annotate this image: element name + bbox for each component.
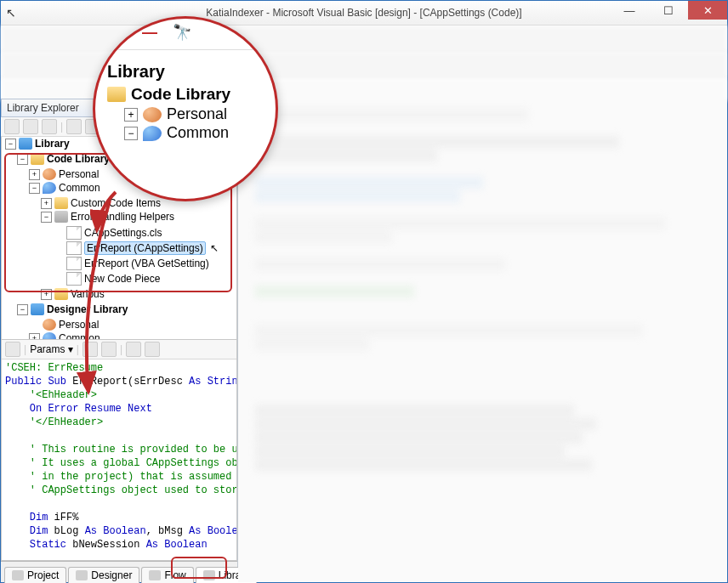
tool-icon-1[interactable] — [4, 119, 20, 134]
titlebar: ↖ KatiaIndexer - Microsoft Visual Basic … — [1, 1, 727, 25]
file-icon — [66, 241, 82, 255]
file-icon — [66, 226, 82, 240]
editor-area-blurred — [238, 99, 727, 582]
minimize-button[interactable]: — — [610, 1, 649, 20]
code-tool-1[interactable] — [5, 342, 20, 357]
tab-designer[interactable]: Designer — [68, 567, 139, 583]
app-window: ↖ KatiaIndexer - Microsoft Visual Basic … — [0, 0, 728, 583]
close-button[interactable]: ✕ — [688, 1, 727, 20]
designer-icon — [76, 570, 88, 580]
person-icon — [43, 168, 56, 180]
code-tool-3[interactable] — [101, 342, 117, 357]
person-icon — [143, 107, 162, 122]
people-icon — [43, 182, 56, 194]
zoom-code-library: Code Library — [131, 85, 230, 104]
tree-root-label: Library — [35, 138, 70, 150]
tool-icon-2[interactable] — [23, 119, 38, 134]
zoom-binoculars-icon: 🔭 — [170, 22, 194, 42]
tool-icon-3[interactable] — [42, 119, 57, 134]
collapse-icon: − — [124, 127, 138, 140]
tree-file-errreport-capp[interactable]: ErrReport (CAppSettings)↖ — [53, 241, 236, 256]
tree-code-library-label: Code Library — [47, 153, 110, 165]
panel-title: Library Explorer — [7, 102, 79, 114]
tree-file-newcodepiece[interactable]: New Code Piece — [53, 271, 236, 286]
library-icon — [31, 303, 44, 315]
params-dropdown[interactable]: Params ▾ — [30, 343, 73, 355]
flow-icon — [149, 570, 161, 580]
cursor-icon: ↖ — [210, 242, 219, 254]
zoom-heading: Library — [107, 62, 267, 82]
code-tool-4[interactable] — [145, 342, 160, 357]
bottom-tabs: Project Designer Flow Library — [1, 561, 237, 582]
folder-icon — [54, 288, 68, 300]
window-controls: — ☐ ✕ — [610, 1, 727, 20]
tree-file-errreport-vba[interactable]: ErrReport (VBA GetSetting) — [53, 256, 236, 271]
folder-icon — [107, 87, 126, 102]
tool-icon-4[interactable] — [66, 119, 82, 134]
zoom-lens: 📄 — 🔭 Library Code Library + Personal − … — [93, 16, 278, 201]
file-icon — [66, 257, 82, 270]
library-icon — [19, 138, 32, 150]
zoom-common: Common — [167, 124, 229, 142]
menubar-blurred — [1, 25, 727, 52]
maximize-button[interactable]: ☐ — [649, 1, 688, 20]
tab-flow[interactable]: Flow — [141, 567, 193, 583]
people-icon — [143, 126, 162, 141]
person-icon — [43, 319, 56, 331]
code-preview-pane: | Params ▾ | | 'CSEH: ErrResume Public S… — [1, 340, 237, 561]
folder-icon — [31, 153, 44, 165]
tree-designer-library[interactable]: −Designer Library Personal +Common — [17, 303, 236, 340]
library-icon — [203, 570, 215, 580]
code-tool-print[interactable] — [126, 342, 141, 357]
project-icon — [12, 570, 24, 580]
tree-d-personal[interactable]: Personal — [29, 318, 236, 331]
code-tool-2[interactable] — [82, 342, 98, 357]
tree-file-cappsettings[interactable]: CAppSettings.cls — [53, 225, 236, 241]
tree-d-common[interactable]: +Common — [29, 331, 236, 340]
file-icon — [66, 272, 82, 286]
tab-project[interactable]: Project — [4, 567, 66, 583]
tree-error-helpers[interactable]: −Error Handling Helpers CAppSettings.cls… — [41, 210, 236, 287]
people-icon — [43, 332, 56, 340]
folder-grey-icon — [54, 211, 68, 223]
tree-various[interactable]: +Various — [41, 287, 236, 301]
folder-icon — [54, 197, 68, 209]
code-area[interactable]: 'CSEH: ErrResume Public Sub ErrReport(sE… — [2, 359, 236, 560]
zoom-personal: Personal — [167, 105, 227, 123]
app-icon: ↖ — [6, 6, 20, 20]
code-preview-toolbar: | Params ▾ | | — [2, 340, 236, 359]
expand-icon: + — [124, 108, 138, 122]
